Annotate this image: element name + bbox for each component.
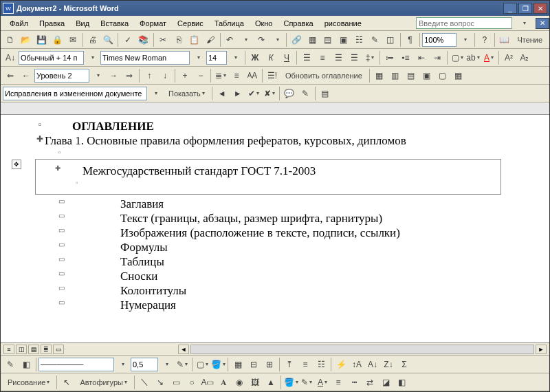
menu-window[interactable]: Окно — [250, 18, 278, 29]
docmap-button[interactable]: ◫ — [383, 32, 398, 47]
outside-border-button[interactable]: ▢ — [195, 357, 210, 372]
outline-level-select[interactable] — [34, 69, 89, 83]
style-select[interactable] — [19, 51, 84, 65]
list-item[interactable]: Таблицы — [72, 255, 522, 269]
close-button[interactable]: ✕ — [534, 3, 547, 14]
scroll-right-button[interactable]: ► — [536, 345, 547, 354]
new-doc-button[interactable]: 🗋 — [3, 32, 18, 47]
textbox-button[interactable]: A▭ — [200, 375, 215, 390]
draw-table-button[interactable]: ✎ — [3, 357, 18, 372]
reject-change-button[interactable]: ✘ — [262, 86, 277, 101]
email-button[interactable]: ✉ — [65, 32, 80, 47]
shading-color-button[interactable]: 🪣 — [210, 357, 226, 372]
split-cells-button[interactable]: ⊞ — [262, 357, 277, 372]
reading-view-button[interactable]: ▭ — [53, 345, 64, 354]
hyperlink-button[interactable]: 🔗 — [289, 32, 304, 47]
menu-drawing[interactable]: рисование — [320, 18, 366, 29]
accept-change-button[interactable]: ✔ — [246, 86, 261, 101]
distribute-cols-button[interactable]: ☷ — [314, 357, 329, 372]
align-top-button[interactable]: ⤒ — [282, 357, 297, 372]
insert-table-btn2[interactable]: ▦ — [230, 357, 245, 372]
sort-desc-button[interactable]: Z↓ — [381, 357, 396, 372]
superscript-button[interactable]: A² — [501, 50, 516, 65]
promote-top-button[interactable]: ⇐ — [3, 68, 18, 83]
insert-table-button[interactable]: ▤ — [320, 32, 336, 47]
outline-view-button[interactable]: ≣ — [41, 345, 52, 354]
diagram-button[interactable]: ◉ — [232, 375, 247, 390]
next-change-button[interactable]: ► — [230, 86, 245, 101]
subdoc1-button[interactable]: ▥ — [388, 68, 403, 83]
dash-style-button[interactable]: ┅ — [346, 375, 362, 390]
zoom-select[interactable] — [422, 33, 456, 47]
distribute-rows-button[interactable]: ≡ — [298, 357, 313, 372]
first-line-button[interactable]: ≡ — [229, 68, 244, 83]
outline-plus-icon[interactable]: ✚ — [41, 164, 69, 172]
prev-change-button[interactable]: ◄ — [214, 86, 230, 101]
menu-tools[interactable]: Сервис — [173, 18, 208, 29]
list-item[interactable]: Изображения (расположение в тексте, подп… — [72, 226, 522, 240]
arrow-style-button[interactable]: ⇄ — [362, 375, 377, 390]
align-left-button[interactable]: ☰ — [299, 50, 314, 65]
menu-table[interactable]: Таблица — [210, 18, 249, 29]
print-preview-button[interactable]: 🔍 — [100, 32, 116, 47]
track-mode-select[interactable] — [3, 87, 147, 100]
undo-dropdown[interactable] — [238, 32, 253, 47]
reading-icon[interactable]: 📖 — [497, 32, 512, 47]
autosum-button[interactable]: Σ — [397, 357, 412, 372]
columns-button[interactable]: ☷ — [351, 32, 366, 47]
shadow-button[interactable]: ◪ — [378, 375, 393, 390]
print-button[interactable]: 🖨 — [85, 32, 100, 47]
3d-button[interactable]: ◧ — [394, 375, 409, 390]
menu-view[interactable]: Вид — [71, 18, 94, 29]
show-marks-button[interactable]: ¶ — [403, 32, 418, 47]
print-view-button[interactable]: ▤ — [28, 345, 39, 354]
demote-button[interactable]: → — [106, 68, 121, 83]
tables-borders-button[interactable]: ▦ — [305, 32, 320, 47]
numbered-list-button[interactable]: ≔ — [382, 50, 397, 65]
table-move-icon[interactable]: ✥ — [12, 160, 21, 169]
demote-body-button[interactable]: ⇒ — [122, 68, 137, 83]
update-toc-button[interactable]: Обновить оглавление — [280, 68, 367, 83]
linespacing-button[interactable]: ‡ — [362, 50, 377, 65]
size-select[interactable] — [206, 51, 227, 65]
zoom-dropdown[interactable] — [457, 32, 472, 47]
italic-button[interactable]: К — [263, 50, 278, 65]
subdoc2-button[interactable]: ▤ — [404, 68, 419, 83]
list-item[interactable]: Колонтитулы — [72, 284, 522, 298]
line-style-button[interactable]: ≡ — [331, 375, 346, 390]
line-color-button[interactable]: ✎ — [299, 375, 314, 390]
list-item[interactable]: Заглавия — [72, 197, 522, 211]
table-box[interactable]: ✥ ✚Межгосударственный стандарт ГОСТ 7.1-… — [35, 159, 501, 195]
fill-color-button[interactable]: 🪣 — [283, 375, 298, 390]
align-justify-button[interactable]: ☰ — [346, 50, 362, 65]
ruler[interactable] — [1, 102, 549, 115]
border-color-button[interactable]: ✎ — [175, 357, 190, 372]
style-dropdown[interactable] — [85, 50, 100, 65]
expand-button[interactable]: + — [177, 68, 192, 83]
maximize-button[interactable]: ❐ — [518, 3, 532, 14]
redo-button[interactable]: ↷ — [254, 32, 269, 47]
copy-button[interactable]: ⎘ — [171, 32, 186, 47]
oval-button[interactable]: ○ — [184, 375, 199, 390]
open-button[interactable]: 📂 — [19, 32, 34, 47]
reviewing-pane-button[interactable]: ▤ — [318, 86, 333, 101]
permissions-button[interactable]: 🔒 — [50, 32, 65, 47]
doc-boxed[interactable]: Межгосударственный стандарт ГОСТ 7.1-200… — [69, 164, 495, 178]
menu-file[interactable]: Файл — [5, 18, 33, 29]
picture-button[interactable]: ▲ — [263, 375, 278, 390]
insert-comment-button[interactable]: 💬 — [282, 86, 297, 101]
outline-level-dropdown[interactable] — [90, 68, 105, 83]
move-down-button[interactable]: ↓ — [157, 68, 173, 83]
excel-button[interactable]: ▣ — [336, 32, 351, 47]
text-direction-button[interactable]: ↕A — [349, 357, 364, 372]
outline-plus-icon[interactable]: ✚ — [35, 134, 45, 144]
ask-box[interactable] — [416, 17, 512, 29]
wordart-button[interactable]: 𝐀 — [216, 375, 231, 390]
help-button[interactable]: ? — [477, 32, 492, 47]
rectangle-button[interactable]: ▭ — [168, 375, 184, 390]
line-style-select[interactable] — [38, 358, 114, 371]
show-menu-button[interactable]: Показать — [164, 86, 210, 101]
cut-button[interactable]: ✂ — [156, 32, 171, 47]
collapse-button[interactable]: − — [193, 68, 208, 83]
size-dropdown[interactable] — [228, 50, 243, 65]
